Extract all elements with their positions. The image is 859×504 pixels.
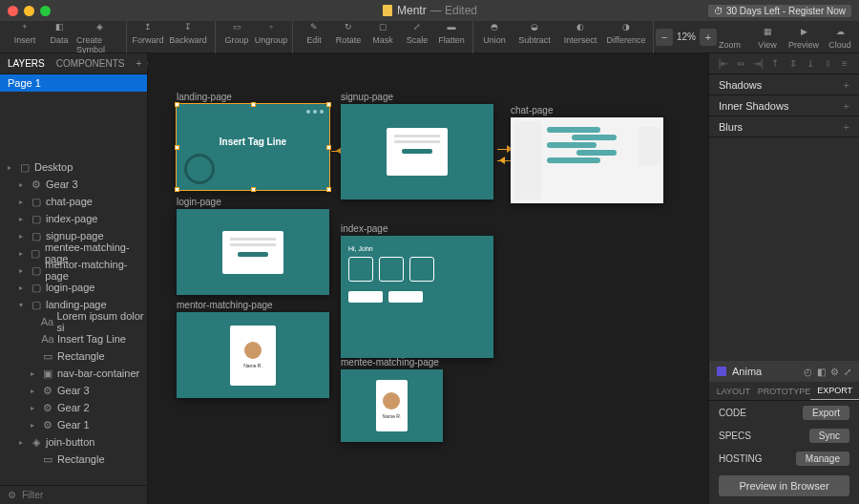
tool-preview[interactable]: ▶Preview (786, 24, 821, 50)
tool-backward[interactable]: ↧Backward (165, 19, 211, 54)
zoom-value[interactable]: 12% (677, 32, 696, 42)
layer-row-join-button[interactable]: ▸◈join-button (0, 433, 147, 451)
layer-row-chat-page[interactable]: ▸▢chat-page (0, 193, 147, 210)
anima-toggle-icon[interactable]: ◧ (817, 367, 826, 377)
disclosure-icon[interactable]: ▸ (19, 198, 27, 206)
align-top-icon[interactable]: ⤒ (769, 58, 781, 69)
inspector-section-inner-shadows[interactable]: Inner Shadows+ (709, 95, 859, 116)
zoom-out-button[interactable]: − (656, 29, 673, 46)
disclosure-icon[interactable]: ▾ (19, 301, 27, 309)
artboard-index-page[interactable]: Hi, John (341, 236, 493, 358)
artboard-label-login-page[interactable]: login-page (177, 197, 329, 207)
disclosure-icon[interactable]: ▸ (19, 180, 27, 189)
add-page-icon[interactable]: + (136, 58, 141, 69)
add-blurs-icon[interactable]: + (844, 121, 849, 133)
distribute-v-icon[interactable]: ≡ (839, 58, 850, 69)
anima-tab-layout[interactable]: LAYOUT (709, 382, 758, 400)
artboard-label-mentor-matching-page[interactable]: mentor-matching-page (177, 300, 329, 310)
align-middle-v-icon[interactable]: ⇕ (787, 58, 799, 69)
disclosure-icon[interactable]: ▸ (19, 284, 27, 292)
artboard-label-index-page[interactable]: index-page (341, 223, 493, 234)
disclosure-icon[interactable]: ▸ (8, 163, 15, 172)
artboard-landing-page[interactable]: Insert Tag Line (177, 104, 329, 190)
current-page[interactable]: Page 1 (0, 74, 147, 92)
tool-edit[interactable]: ✎Edit (297, 19, 331, 54)
add-inner-shadows-icon[interactable]: + (844, 100, 849, 112)
trial-banner[interactable]: ⏱ 30 Days Left - Register Now (708, 5, 851, 17)
tab-components[interactable]: COMPONENTS (56, 58, 125, 69)
disclosure-icon[interactable]: ▸ (31, 387, 38, 395)
layer-row-gear-2[interactable]: ▸⚙Gear 2 (0, 399, 147, 416)
tool-insert[interactable]: +Insert (8, 19, 42, 54)
add-shadows-icon[interactable]: + (844, 79, 849, 91)
layer-row-gear-1[interactable]: ▸⚙Gear 1 (0, 416, 147, 433)
layer-row-nav-bar-container[interactable]: ▸▣nav-bar-container (0, 365, 147, 382)
disclosure-icon[interactable]: ▸ (31, 369, 38, 378)
disclosure-icon[interactable]: ▸ (19, 232, 27, 241)
layer-row-rectangle[interactable]: ▭Rectangle (0, 451, 147, 468)
disclosure-icon[interactable]: ▸ (19, 215, 27, 223)
anima-export-button[interactable]: Export (803, 406, 849, 420)
anima-tab-prototype[interactable]: PROTOTYPE (758, 382, 810, 400)
tab-layers[interactable]: LAYERS (8, 58, 45, 69)
artboard-signup-page[interactable] (341, 104, 493, 200)
artboard-label-chat-page[interactable]: chat-page (511, 105, 663, 116)
minimize-window-icon[interactable] (24, 6, 34, 16)
zoom-in-button[interactable]: + (700, 29, 717, 46)
canvas[interactable]: landing-pageInsert Tag Linesignup-pagech… (148, 53, 708, 504)
anima-manage-button[interactable]: Manage (796, 452, 849, 466)
disclosure-icon[interactable]: ▸ (31, 421, 38, 430)
layer-row-lorem-ipsum-dolor-si[interactable]: AaLorem ipsum dolor si (0, 313, 147, 330)
tool-cloud[interactable]: ☁Cloud (823, 24, 857, 50)
layer-row-rectangle[interactable]: ▭Rectangle (0, 347, 147, 365)
disclosure-icon[interactable]: ▸ (19, 249, 27, 258)
tool-ungroup[interactable]: ▫Ungroup (254, 19, 288, 54)
anima-sync-button[interactable]: Sync (809, 429, 849, 443)
disclosure-icon[interactable]: ▸ (19, 266, 27, 275)
artboard-label-mentee-matching-page[interactable]: mentee-matching-page (341, 357, 443, 368)
tool-view[interactable]: ▦View (750, 24, 785, 50)
anima-tab-export[interactable]: EXPORT (810, 382, 859, 400)
artboard-chat-page[interactable] (511, 117, 663, 203)
artboard-mentor-matching-page[interactable]: Name R. (177, 312, 329, 398)
artboard-label-signup-page[interactable]: signup-page (341, 92, 493, 102)
close-window-icon[interactable] (8, 6, 18, 16)
layer-row-gear-3[interactable]: ▸⚙Gear 3 (0, 382, 147, 399)
disclosure-icon[interactable]: ▸ (19, 438, 27, 447)
backward-icon: ↧ (180, 19, 196, 34)
anima-expand-icon[interactable]: ⤢ (844, 367, 851, 377)
layer-row-gear-3[interactable]: ▸⚙Gear 3 (0, 176, 147, 193)
tool-mask[interactable]: ▢Mask (366, 19, 400, 54)
tool-intersect[interactable]: ◐Intersect (557, 19, 603, 54)
tool-rotate[interactable]: ↻Rotate (331, 19, 366, 54)
disclosure-icon[interactable]: ▸ (31, 404, 38, 412)
align-left-icon[interactable]: |⇤ (718, 58, 729, 69)
anima-gear-icon[interactable]: ⚙ (830, 367, 839, 377)
layer-row-insert-tag-line[interactable]: AaInsert Tag Line (0, 330, 147, 347)
inspector-section-blurs[interactable]: Blurs+ (709, 116, 859, 137)
preview-in-browser-button[interactable]: Preview in Browser (719, 475, 849, 496)
tool-difference[interactable]: ◑Difference (603, 19, 649, 54)
tool-create-symbol[interactable]: ◈Create Symbol (76, 19, 122, 54)
artboard-login-page[interactable] (177, 209, 329, 295)
artboard-mentee-matching-page[interactable]: Name R. (341, 369, 443, 442)
tool-subtract[interactable]: ◒Subtract (512, 19, 557, 54)
distribute-h-icon[interactable]: ⫴ (822, 58, 833, 70)
tool-flatten[interactable]: ▬Flatten (434, 19, 469, 54)
tool-data[interactable]: ◧Data (42, 19, 76, 54)
maximize-window-icon[interactable] (40, 6, 51, 16)
align-right-icon[interactable]: ⇥| (752, 58, 764, 69)
layer-filter[interactable]: ⚙ Filter (0, 485, 147, 504)
align-bottom-icon[interactable]: ⤓ (805, 58, 816, 69)
inspector-section-shadows[interactable]: Shadows+ (709, 74, 859, 95)
layer-row-mentor-matching-page[interactable]: ▸▢mentor-matching-page (0, 262, 147, 279)
layer-row-index-page[interactable]: ▸▢index-page (0, 210, 147, 227)
artboard-label-landing-page[interactable]: landing-page (177, 92, 329, 102)
layer-row-desktop[interactable]: ▸▢Desktop (0, 158, 147, 176)
tool-union[interactable]: ◓Union (477, 19, 512, 54)
tool-forward[interactable]: ↥Forward (131, 19, 165, 54)
tool-scale[interactable]: ⤢Scale (400, 19, 434, 54)
align-center-h-icon[interactable]: ⇔ (735, 58, 746, 69)
tool-group[interactable]: ▭Group (220, 19, 254, 54)
anima-settings-icon[interactable]: ◴ (804, 367, 812, 377)
